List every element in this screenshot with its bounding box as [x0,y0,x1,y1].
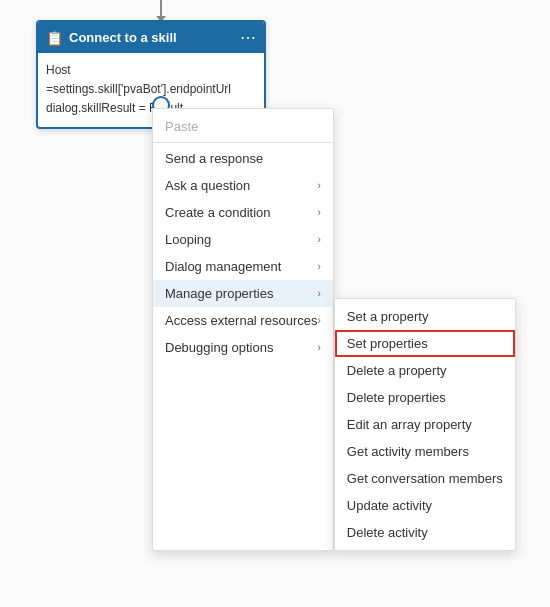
menu-item-dialog-management-label: Dialog management [165,259,281,274]
menu-item-send-response[interactable]: Send a response [153,145,333,172]
submenu-manage-properties: Set a property Set properties Delete a p… [334,298,516,551]
submenu-item-edit-array[interactable]: Edit an array property [335,411,515,438]
submenu-item-delete-activity-label: Delete activity [347,525,428,540]
submenu-item-delete-activity[interactable]: Delete activity [335,519,515,546]
menu-item-create-condition-label: Create a condition [165,205,271,220]
skill-node-header: 📋 Connect to a skill ⋯ [38,22,264,53]
submenu-item-set-properties[interactable]: Set properties [335,330,515,357]
chevron-icon: › [317,207,320,218]
flow-canvas: 📋 Connect to a skill ⋯ Host =settings.sk… [0,0,550,607]
skill-node-title: Connect to a skill [69,30,234,45]
skill-body-line1: Host =settings.skill['pvaBot'].endpointU… [46,61,256,99]
menu-item-manage-properties-label: Manage properties [165,286,273,301]
menu-item-ask-question[interactable]: Ask a question › [153,172,333,199]
submenu-item-set-property-label: Set a property [347,309,429,324]
submenu-item-set-property[interactable]: Set a property [335,303,515,330]
submenu-item-get-activity-members[interactable]: Get activity members [335,438,515,465]
context-menu-wrapper: Paste Send a response Ask a question › C… [152,108,516,551]
submenu-item-update-activity[interactable]: Update activity [335,492,515,519]
chevron-icon: › [317,234,320,245]
chevron-icon: › [317,261,320,272]
menu-item-access-external-label: Access external resources [165,313,317,328]
menu-item-paste[interactable]: Paste [153,113,333,140]
menu-item-debugging-label: Debugging options [165,340,273,355]
connector-arrow [160,0,162,22]
primary-context-menu: Paste Send a response Ask a question › C… [152,108,334,551]
submenu-item-delete-property[interactable]: Delete a property [335,357,515,384]
node-menu-button[interactable]: ⋯ [240,28,256,47]
submenu-item-delete-properties[interactable]: Delete properties [335,384,515,411]
chevron-icon: › [317,315,320,326]
menu-item-create-condition[interactable]: Create a condition › [153,199,333,226]
menu-item-send-response-label: Send a response [165,151,263,166]
submenu-item-get-activity-members-label: Get activity members [347,444,469,459]
menu-item-looping[interactable]: Looping › [153,226,333,253]
submenu-item-delete-property-label: Delete a property [347,363,447,378]
chevron-icon: › [317,342,320,353]
submenu-item-delete-properties-label: Delete properties [347,390,446,405]
menu-item-dialog-management[interactable]: Dialog management › [153,253,333,280]
menu-item-debugging[interactable]: Debugging options › [153,334,333,361]
submenu-item-update-activity-label: Update activity [347,498,432,513]
submenu-item-get-conversation-members[interactable]: Get conversation members [335,465,515,492]
menu-item-access-external[interactable]: Access external resources › [153,307,333,334]
skill-icon: 📋 [46,30,63,46]
chevron-icon: › [317,180,320,191]
menu-item-ask-question-label: Ask a question [165,178,250,193]
submenu-item-edit-array-label: Edit an array property [347,417,472,432]
chevron-icon: › [317,288,320,299]
submenu-item-get-conversation-members-label: Get conversation members [347,471,503,486]
menu-item-manage-properties[interactable]: Manage properties › [153,280,333,307]
submenu-item-set-properties-label: Set properties [347,336,428,351]
menu-separator-1 [153,142,333,143]
menu-item-looping-label: Looping [165,232,211,247]
menu-item-paste-label: Paste [165,119,198,134]
